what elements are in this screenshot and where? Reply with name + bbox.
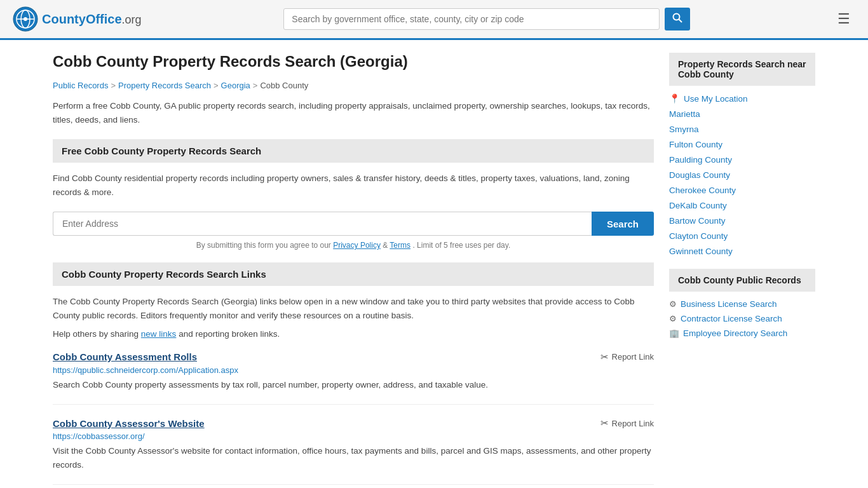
record-item-0-desc: Search Cobb County property assessments … — [53, 378, 654, 392]
sidebar-item-cherokee-county: Cherokee County — [669, 185, 815, 195]
contractor-license-search-link[interactable]: Contractor License Search — [681, 314, 782, 323]
form-note-prefix: By submitting this form you agree to our — [196, 241, 331, 250]
form-note-suffix: . Limit of 5 free uses per day. — [412, 241, 510, 250]
record-item-0-header: Cobb County Assessment Rolls ✂ Report Li… — [53, 351, 654, 363]
breadcrumb-public-records[interactable]: Public Records — [53, 81, 108, 90]
report-link-button-1[interactable]: ✂ Report Link — [600, 417, 654, 429]
business-license-search-link[interactable]: Business License Search — [681, 299, 777, 309]
employee-directory-search-link[interactable]: Employee Directory Search — [683, 329, 787, 338]
free-search-description: Find Cobb County residential property re… — [53, 172, 654, 199]
breadcrumb-sep-3: > — [253, 81, 258, 90]
record-item-1-header: Cobb County Assessor's Website ✂ Report … — [53, 417, 654, 429]
page-title: Cobb County Property Records Search (Geo… — [53, 53, 654, 71]
share-text-suffix: and reporting broken links. — [179, 329, 280, 339]
breadcrumb-sep-1: > — [111, 81, 116, 90]
address-search-form: Search — [53, 212, 654, 236]
new-links-link[interactable]: new links — [141, 329, 177, 339]
report-link-label-1: Report Link — [612, 419, 654, 428]
sidebar-public-records-list: ⚙ Business License Search ⚙ Contractor L… — [669, 299, 815, 338]
gear-icon-business: ⚙ — [669, 299, 677, 309]
svg-line-6 — [679, 20, 682, 23]
sidebar-item-dekalb-county: DeKalb County — [669, 200, 815, 210]
sidebar-item-business-license: ⚙ Business License Search — [669, 299, 815, 309]
header-search-button[interactable] — [665, 8, 690, 30]
logo-icon — [13, 6, 38, 32]
use-my-location-link[interactable]: Use My Location — [684, 94, 748, 104]
sidebar-item-smyrna: Smyrna — [669, 124, 815, 134]
free-search-section-header: Free Cobb County Property Records Search — [53, 139, 654, 163]
hamburger-menu-button[interactable]: ☰ — [832, 8, 855, 30]
breadcrumb-property-records-search[interactable]: Property Records Search — [118, 81, 211, 90]
sidebar-item-fulton-county: Fulton County — [669, 139, 815, 149]
links-section-header: Cobb County Property Records Search Link… — [53, 262, 654, 286]
breadcrumb: Public Records > Property Records Search… — [53, 81, 654, 90]
site-header: CountyOffice.org ☰ — [0, 0, 868, 40]
share-text-prefix: Help others by sharing — [53, 329, 139, 339]
header-search-area — [283, 8, 690, 30]
sidebar: Property Records Search near Cobb County… — [669, 53, 815, 488]
share-links-text: Help others by sharing new links and rep… — [53, 329, 654, 339]
sidebar-item-bartow-county: Bartow County — [669, 215, 815, 226]
gear-icon-contractor: ⚙ — [669, 314, 677, 323]
location-pin-icon: 📍 — [669, 93, 680, 104]
privacy-policy-link[interactable]: Privacy Policy — [333, 241, 381, 250]
svg-point-5 — [674, 14, 680, 20]
hamburger-icon: ☰ — [837, 11, 850, 27]
sidebar-item-douglas-county: Douglas County — [669, 170, 815, 180]
building-icon-employee: 🏢 — [669, 329, 679, 338]
logo-area: CountyOffice.org — [13, 6, 142, 32]
search-icon — [672, 13, 682, 23]
header-search-input[interactable] — [283, 8, 660, 30]
form-note-ampersand: & — [383, 241, 390, 250]
sidebar-item-contractor-license: ⚙ Contractor License Search — [669, 314, 815, 323]
report-link-button-0[interactable]: ✂ Report Link — [600, 351, 654, 363]
record-item-1: Cobb County Assessor's Website ✂ Report … — [53, 417, 654, 485]
svg-point-4 — [24, 17, 27, 21]
use-my-location-item: 📍 Use My Location — [669, 93, 815, 104]
sidebar-nearby-list: 📍 Use My Location Marietta Smyrna Fulton… — [669, 93, 815, 256]
record-item-1-url: https://cobbassessor.org/ — [53, 431, 654, 441]
sidebar-nearby-heading: Property Records Search near Cobb County — [669, 53, 815, 86]
sidebar-item-employee-directory: 🏢 Employee Directory Search — [669, 329, 815, 338]
record-item-0-url: https://qpublic.schneidercorp.com/Applic… — [53, 365, 654, 375]
report-icon-1: ✂ — [600, 417, 609, 429]
record-item-1-desc: Visit the Cobb County Assessor's website… — [53, 444, 654, 471]
sidebar-item-paulding-county: Paulding County — [669, 154, 815, 165]
terms-link[interactable]: Terms — [390, 241, 410, 250]
logo-text: CountyOffice.org — [42, 12, 142, 27]
record-item-0: Cobb County Assessment Rolls ✂ Report Li… — [53, 351, 654, 405]
record-item-1-title[interactable]: Cobb County Assessor's Website — [53, 418, 205, 429]
page-description: Perform a free Cobb County, GA public pr… — [53, 99, 654, 126]
record-item-0-title[interactable]: Cobb County Assessment Rolls — [53, 351, 197, 362]
form-note: By submitting this form you agree to our… — [53, 241, 654, 250]
sidebar-public-records-heading: Cobb County Public Records — [669, 269, 815, 292]
report-link-label-0: Report Link — [612, 352, 654, 362]
address-input[interactable] — [53, 212, 592, 236]
breadcrumb-sep-2: > — [214, 81, 219, 90]
breadcrumb-current: Cobb County — [260, 81, 308, 90]
report-icon-0: ✂ — [600, 351, 609, 363]
sidebar-item-marietta: Marietta — [669, 109, 815, 119]
sidebar-item-clayton-county: Clayton County — [669, 231, 815, 241]
breadcrumb-georgia[interactable]: Georgia — [221, 81, 250, 90]
search-submit-button[interactable]: Search — [592, 212, 654, 236]
main-container: Cobb County Property Records Search (Geo… — [40, 40, 828, 488]
content-area: Cobb County Property Records Search (Geo… — [53, 53, 654, 488]
sidebar-item-gwinnett-county: Gwinnett County — [669, 246, 815, 256]
links-description: The Cobb County Property Records Search … — [53, 295, 654, 322]
